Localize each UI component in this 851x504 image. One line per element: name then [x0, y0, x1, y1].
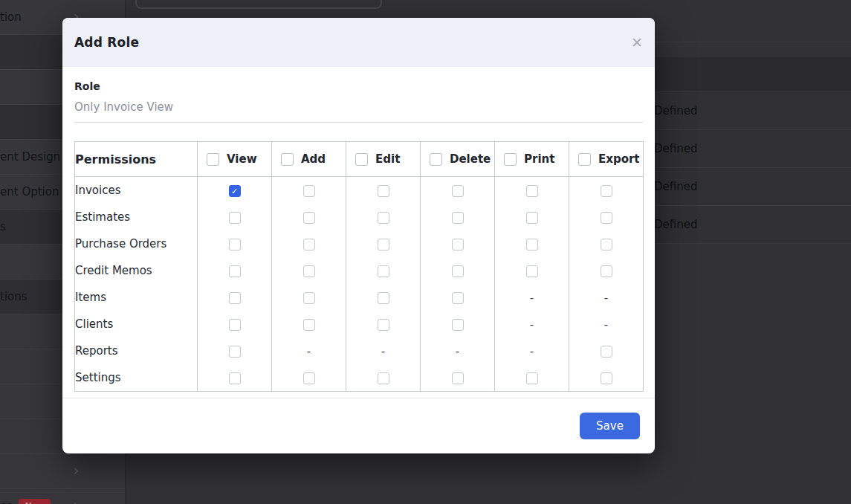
estimates-add-checkbox[interactable]	[303, 212, 315, 224]
settings-edit-checkbox[interactable]	[378, 372, 389, 384]
sidebar-item[interactable]: ›	[0, 454, 125, 489]
permission-cell	[569, 257, 644, 284]
permission-row-label: Clients	[75, 311, 198, 337]
clients-add-checkbox[interactable]	[303, 319, 315, 331]
estimates-edit-checkbox[interactable]	[378, 212, 389, 224]
permission-cell	[346, 284, 421, 311]
credit-memos-edit-checkbox[interactable]	[378, 265, 389, 277]
items-add-checkbox[interactable]	[303, 292, 315, 304]
permission-cell: -	[272, 337, 346, 364]
permission-cell	[272, 364, 346, 392]
role-input[interactable]	[74, 99, 643, 123]
clients-edit-checkbox[interactable]	[378, 319, 389, 331]
background-search-box	[135, 0, 382, 9]
add-role-modal: Add Role ✕ Role PermissionsViewAddEditDe…	[62, 18, 655, 453]
permission-cell	[346, 204, 421, 230]
column-label: Edit	[375, 152, 400, 166]
purchase-orders-delete-checkbox[interactable]	[452, 239, 464, 251]
permission-cell	[346, 230, 421, 257]
not-available-dash: -	[604, 291, 608, 305]
estimates-view-checkbox[interactable]	[229, 212, 241, 224]
select-all-delete-checkbox[interactable]	[430, 153, 442, 166]
permission-cell	[346, 364, 421, 392]
chevron-right-icon: ›	[73, 497, 80, 504]
permission-row-label: Settings	[75, 364, 198, 392]
role-label: Role	[74, 80, 643, 92]
column-header-delete: Delete	[421, 142, 495, 177]
credit-memos-delete-checkbox[interactable]	[452, 265, 464, 277]
purchase-orders-edit-checkbox[interactable]	[378, 239, 389, 251]
invoices-view-checkbox[interactable]	[229, 185, 241, 197]
permission-cell	[272, 284, 346, 311]
invoices-delete-checkbox[interactable]	[452, 185, 464, 197]
close-icon[interactable]: ✕	[631, 36, 643, 50]
items-edit-checkbox[interactable]	[378, 292, 389, 304]
credit-memos-add-checkbox[interactable]	[303, 265, 315, 277]
sidebar-item[interactable]: ceNew›	[0, 489, 125, 504]
items-view-checkbox[interactable]	[229, 292, 241, 304]
estimates-export-checkbox[interactable]	[601, 212, 612, 224]
not-available-dash: -	[456, 345, 459, 358]
sidebar-item-label: tions	[0, 290, 27, 303]
estimates-print-checkbox[interactable]	[526, 212, 538, 224]
permission-cell: -	[495, 311, 569, 337]
invoices-edit-checkbox[interactable]	[378, 185, 389, 197]
settings-print-checkbox[interactable]	[526, 372, 538, 384]
sidebar-item-label: ent Option	[0, 185, 59, 198]
permission-cell	[569, 230, 644, 257]
permission-row: Invoices	[75, 177, 644, 204]
settings-add-checkbox[interactable]	[303, 372, 315, 384]
credit-memos-export-checkbox[interactable]	[601, 265, 612, 277]
permission-cell	[346, 257, 421, 284]
purchase-orders-export-checkbox[interactable]	[601, 239, 612, 251]
permission-cell	[421, 284, 495, 311]
new-badge: New	[19, 499, 51, 504]
permission-cell	[421, 204, 495, 230]
select-all-view-checkbox[interactable]	[207, 153, 219, 166]
chevron-right-icon: ›	[73, 462, 80, 479]
permission-cell	[495, 230, 569, 257]
credit-memos-view-checkbox[interactable]	[229, 265, 241, 277]
permission-row-label: Estimates	[75, 204, 198, 230]
permission-cell: -	[421, 337, 495, 364]
permission-cell	[198, 284, 272, 311]
settings-export-checkbox[interactable]	[601, 372, 612, 384]
permission-row: Clients--	[75, 311, 644, 337]
sidebar-item-label: ent Design	[0, 150, 60, 164]
permission-cell: -	[495, 337, 569, 364]
sidebar-item-label: s	[0, 220, 6, 233]
invoices-export-checkbox[interactable]	[601, 185, 612, 197]
permission-row: Purchase Orders	[75, 230, 644, 257]
select-all-edit-checkbox[interactable]	[355, 153, 368, 166]
save-button[interactable]: Save	[580, 413, 640, 439]
purchase-orders-view-checkbox[interactable]	[229, 239, 241, 251]
items-delete-checkbox[interactable]	[452, 292, 464, 304]
settings-delete-checkbox[interactable]	[452, 372, 464, 384]
settings-view-checkbox[interactable]	[229, 372, 241, 384]
permission-row: Credit Memos	[75, 257, 644, 284]
not-available-dash: -	[530, 345, 534, 358]
column-header-view: View	[198, 142, 272, 177]
sidebar-item-label: ce	[0, 500, 13, 504]
select-all-export-checkbox[interactable]	[578, 153, 591, 166]
purchase-orders-print-checkbox[interactable]	[526, 239, 538, 251]
not-available-dash: -	[604, 318, 608, 332]
column-header-export: Export	[569, 142, 644, 177]
permission-cell	[421, 311, 495, 337]
clients-view-checkbox[interactable]	[229, 319, 241, 331]
estimates-delete-checkbox[interactable]	[452, 212, 464, 224]
credit-memos-print-checkbox[interactable]	[526, 265, 538, 277]
invoices-print-checkbox[interactable]	[526, 185, 538, 197]
reports-view-checkbox[interactable]	[229, 346, 241, 358]
reports-export-checkbox[interactable]	[601, 346, 612, 358]
permission-row: Settings	[75, 364, 644, 392]
permission-row-label: Reports	[75, 337, 198, 364]
purchase-orders-add-checkbox[interactable]	[303, 239, 315, 251]
sidebar-item-label: tion	[0, 10, 22, 24]
modal-header: Add Role ✕	[62, 18, 655, 67]
clients-delete-checkbox[interactable]	[452, 319, 464, 331]
select-all-add-checkbox[interactable]	[281, 153, 294, 166]
select-all-print-checkbox[interactable]	[504, 153, 517, 166]
modal-title: Add Role	[74, 35, 139, 50]
invoices-add-checkbox[interactable]	[303, 185, 315, 197]
